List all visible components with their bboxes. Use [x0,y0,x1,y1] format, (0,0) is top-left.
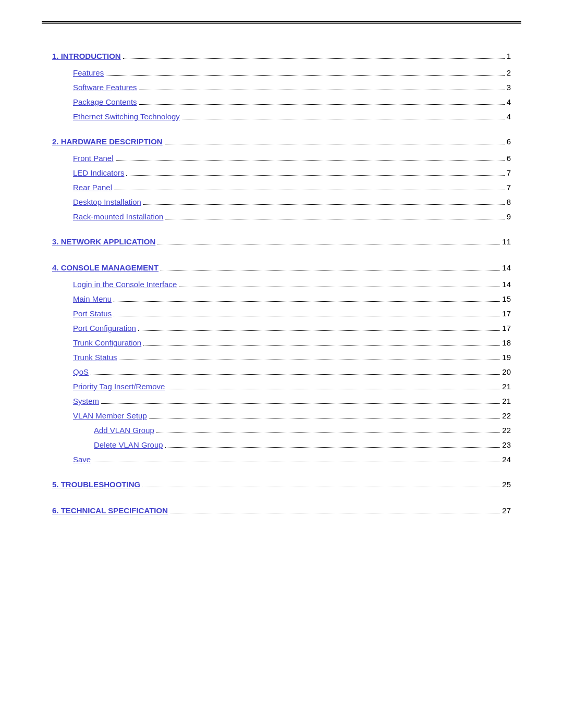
toc-entry-main-menu: Main Menu 15 [52,293,511,305]
toc-dots-login-console [179,287,500,287]
toc-dots-vlan-member-setup [149,418,500,418]
toc-dots-network [157,244,500,244]
toc-entry-package-contents: Package Contents 4 [52,96,511,108]
toc-page-login-console: 14 [502,278,511,291]
toc-entry-port-configuration: Port Configuration 17 [52,322,511,335]
toc-page-system: 21 [502,395,511,408]
toc-section-troubleshooting: 5. TROUBLESHOOTING 25 [52,478,511,491]
toc-page-ethernet-switching: 4 [507,110,511,123]
toc-entry-console: 4. CONSOLE MANAGEMENT 14 [52,262,511,274]
gap-1 [52,126,511,135]
gap-2 [52,226,511,236]
toc-link-rack-mounted[interactable]: Rack-mounted Installation [73,211,163,223]
toc-entry-port-status: Port Status 17 [52,307,511,320]
toc-link-network[interactable]: 3. NETWORK APPLICATION [52,236,155,248]
top-border-line-2 [42,23,521,24]
toc-dots-add-vlan-group [156,433,500,433]
toc-entry-features: Features 2 [52,67,511,79]
toc-page-technical-spec: 27 [502,504,511,517]
toc-entry-troubleshooting: 5. TROUBLESHOOTING 25 [52,478,511,491]
toc-entry-qos: QoS 20 [52,366,511,378]
gap-3 [52,252,511,262]
toc-page-trunk-configuration: 18 [502,337,511,349]
toc-dots-main-menu [114,301,500,302]
toc-link-front-panel[interactable]: Front Panel [73,152,114,165]
toc-link-login-console[interactable]: Login in the Console Interface [73,278,177,291]
toc-dots-software-features [139,90,505,90]
toc-dots-troubleshooting [142,487,500,487]
toc-dots-delete-vlan-group [165,447,500,448]
toc-dots-desktop-installation [143,204,505,205]
toc-link-qos[interactable]: QoS [73,366,89,378]
toc-page-package-contents: 4 [507,96,511,108]
toc-entry-add-vlan-group: Add VLAN Group 22 [52,424,511,437]
toc-section-console: 4. CONSOLE MANAGEMENT 14 Login in the Co… [52,262,511,466]
toc-link-add-vlan-group[interactable]: Add VLAN Group [94,424,154,437]
toc-page-intro: 1 [507,50,511,63]
toc-dots-hardware [165,144,505,144]
toc-dots-rack-mounted [165,219,504,219]
toc-page-desktop-installation: 8 [507,196,511,208]
toc-link-port-configuration[interactable]: Port Configuration [73,322,136,335]
toc-entry-technical-spec: 6. TECHNICAL SPECIFICATION 27 [52,504,511,517]
toc-entry-vlan-member-setup: VLAN Member Setup 22 [52,410,511,422]
toc-entry-led-indicators: LED Indicators 7 [52,167,511,179]
toc-link-desktop-installation[interactable]: Desktop Installation [73,196,141,208]
toc-entry-trunk-configuration: Trunk Configuration 18 [52,337,511,349]
toc-dots-port-status [114,316,500,316]
toc-page-rack-mounted: 9 [507,211,511,223]
toc-link-rear-panel[interactable]: Rear Panel [73,181,112,194]
toc-dots-led-indicators [126,175,504,176]
toc-page-rear-panel: 7 [507,181,511,194]
toc-link-trunk-configuration[interactable]: Trunk Configuration [73,337,141,349]
toc-link-delete-vlan-group[interactable]: Delete VLAN Group [94,439,163,451]
toc-entry-save: Save 24 [52,453,511,466]
toc-page-led-indicators: 7 [507,167,511,179]
toc-entry-rack-mounted: Rack-mounted Installation 9 [52,211,511,223]
toc-dots-technical-spec [170,513,500,513]
toc-link-ethernet-switching[interactable]: Ethernet Switching Technology [73,110,180,123]
toc-entry-ethernet-switching: Ethernet Switching Technology 4 [52,110,511,123]
gap-5 [52,495,511,504]
toc-page-features: 2 [507,67,511,79]
toc-section-intro: 1. INTRODUCTION 1 Features 2 Software Fe… [52,50,511,123]
toc-link-priority-tag[interactable]: Priority Tag Insert/Remove [73,380,165,393]
toc-entry-delete-vlan-group: Delete VLAN Group 23 [52,439,511,451]
toc-entry-desktop-installation: Desktop Installation 8 [52,196,511,208]
toc-entry-login-console: Login in the Console Interface 14 [52,278,511,291]
toc-page-software-features: 3 [507,81,511,94]
toc-page-trunk-status: 19 [502,351,511,364]
toc-link-hardware[interactable]: 2. HARDWARE DESCRIPTION [52,135,163,148]
toc-entry-software-features: Software Features 3 [52,81,511,94]
toc-dots-port-configuration [138,330,500,331]
toc-link-features[interactable]: Features [73,67,104,79]
toc-link-trunk-status[interactable]: Trunk Status [73,351,117,364]
toc-entry-priority-tag: Priority Tag Insert/Remove 21 [52,380,511,393]
top-border-line [42,21,521,22]
toc-page-port-status: 17 [502,307,511,320]
toc-page-network: 11 [502,236,511,248]
toc-section-technical-spec: 6. TECHNICAL SPECIFICATION 27 [52,504,511,517]
toc-link-save[interactable]: Save [73,453,91,466]
toc-link-console[interactable]: 4. CONSOLE MANAGEMENT [52,262,158,274]
toc-dots-trunk-configuration [143,345,500,346]
toc-page-delete-vlan-group: 23 [502,439,511,451]
toc-page-save: 24 [502,453,511,466]
toc-page-main-menu: 15 [502,293,511,305]
toc-link-led-indicators[interactable]: LED Indicators [73,167,124,179]
toc-page-add-vlan-group: 22 [502,424,511,437]
toc-link-intro[interactable]: 1. INTRODUCTION [52,50,121,63]
toc-entry-network: 3. NETWORK APPLICATION 11 [52,236,511,248]
toc-link-main-menu[interactable]: Main Menu [73,293,112,305]
toc-link-technical-spec[interactable]: 6. TECHNICAL SPECIFICATION [52,504,168,517]
toc-dots-ethernet-switching [182,119,505,119]
toc-page-hardware: 6 [507,135,511,148]
toc-link-vlan-member-setup[interactable]: VLAN Member Setup [73,410,147,422]
toc-entry-hardware: 2. HARDWARE DESCRIPTION 6 [52,135,511,148]
toc-entry-rear-panel: Rear Panel 7 [52,181,511,194]
toc-link-system[interactable]: System [73,395,99,408]
toc-link-software-features[interactable]: Software Features [73,81,137,94]
toc-link-port-status[interactable]: Port Status [73,307,112,320]
toc-link-troubleshooting[interactable]: 5. TROUBLESHOOTING [52,478,140,491]
toc-link-package-contents[interactable]: Package Contents [73,96,137,108]
